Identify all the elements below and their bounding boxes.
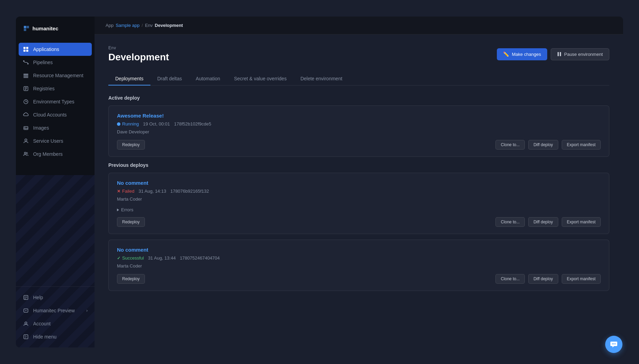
active-deploy-right-actions: Clone to... Diff deploy Export manifest (495, 140, 601, 150)
previous-deploy-0-user: Marta Coder (117, 196, 601, 202)
svg-point-17 (24, 152, 26, 154)
active-deploy-redeploy-button[interactable]: Redeploy (117, 140, 145, 150)
preview-icon (23, 307, 29, 314)
active-deploy-meta: Running 19 Oct, 00:01 178f52b102f9cde5 (117, 121, 601, 127)
sidebar-item-hide-menu[interactable]: Hide menu (16, 330, 95, 343)
previous-deploy-card-0: No comment ✕ Failed 31 Aug, 14:13 178076… (108, 173, 609, 234)
sidebar-item-pipelines-label: Pipelines (33, 60, 53, 65)
humanitec-logo-icon (23, 25, 30, 32)
running-status-dot (117, 122, 120, 126)
breadcrumb-app-label: App (106, 23, 114, 28)
sidebar-item-humanitec-preview[interactable]: Humanitec Preview › (16, 304, 95, 317)
active-deploy-status: Running (117, 121, 139, 127)
previous-deploy-0-export-button[interactable]: Export manifest (562, 217, 601, 227)
tab-delete-environment[interactable]: Delete environment (294, 72, 349, 85)
page-title: Development (108, 52, 169, 63)
sidebar-item-resource-management[interactable]: Resource Management (16, 69, 95, 82)
active-deploy-date: 19 Oct, 00:01 (143, 121, 170, 127)
sidebar: humanitec Applications (16, 17, 95, 347)
sidebar-item-cloud-accounts[interactable]: Cloud Accounts (16, 108, 95, 121)
env-label: Env (108, 46, 169, 50)
tab-draft-deltas[interactable]: Draft deltas (150, 72, 189, 85)
sidebar-item-environment-types[interactable]: Environment Types (16, 95, 95, 108)
tabs: Deployments Draft deltas Automation Secr… (108, 72, 609, 85)
svg-rect-1 (26, 47, 28, 49)
active-deploy-clone-button[interactable]: Clone to... (495, 140, 525, 150)
pause-icon (557, 52, 561, 57)
previous-deploy-0-errors-toggle[interactable]: Errors (117, 207, 601, 212)
sidebar-item-hide-menu-label: Hide menu (33, 334, 57, 340)
active-deploy-diff-button[interactable]: Diff deploy (528, 140, 558, 150)
previous-deploy-1-export-button[interactable]: Export manifest (562, 274, 601, 284)
sidebar-item-help-label: Help (33, 295, 43, 300)
pause-environment-button[interactable]: Pause environment (551, 48, 609, 60)
previous-deploy-card-1: No comment ✓ Successful 31 Aug, 13:44 17… (108, 240, 609, 291)
previous-deploy-0-status: ✕ Failed (117, 189, 134, 194)
hide-icon (23, 334, 29, 340)
sidebar-item-applications-label: Applications (33, 47, 59, 52)
previous-deploy-1-clone-button[interactable]: Clone to... (495, 274, 525, 284)
previous-deploy-1-status: ✓ Successful (117, 255, 144, 261)
active-deploy-name[interactable]: Awesome Release! (117, 113, 601, 119)
account-icon (23, 321, 29, 327)
previous-deploy-1-date: 31 Aug, 13:44 (148, 255, 176, 261)
svg-rect-3 (26, 50, 28, 52)
images-icon (23, 125, 29, 131)
previous-deploy-0-name[interactable]: No comment (117, 180, 601, 186)
breadcrumb: App Sample app / Env Development (95, 17, 623, 34)
resource-icon (23, 72, 29, 79)
pipeline-icon (23, 59, 29, 65)
sidebar-item-help[interactable]: Help (16, 291, 95, 304)
svg-point-5 (27, 63, 29, 64)
active-deploy-card: Awesome Release! Running 19 Oct, 00:01 1… (108, 105, 609, 157)
svg-point-30 (613, 343, 615, 344)
pencil-icon: ✏️ (503, 51, 509, 57)
previous-deploy-0-redeploy-button[interactable]: Redeploy (117, 217, 145, 227)
page-header: Env Development ✏️ Make changes (108, 46, 609, 63)
sidebar-item-images[interactable]: Images (16, 121, 95, 134)
breadcrumb-separator: / (142, 23, 143, 28)
sidebar-item-service-users[interactable]: Service Users (16, 134, 95, 148)
main-content: App Sample app / Env Development Env Dev… (95, 17, 623, 347)
sidebar-nav: Applications Pipelines (16, 40, 95, 286)
svg-point-29 (612, 343, 613, 344)
previous-deploy-0-diff-button[interactable]: Diff deploy (528, 217, 558, 227)
svg-point-25 (25, 322, 27, 324)
previous-deploy-1-meta: ✓ Successful 31 Aug, 13:44 1780752467404… (117, 255, 601, 261)
breadcrumb-app-link[interactable]: Sample app (116, 23, 139, 28)
org-members-icon (23, 151, 29, 157)
make-changes-button[interactable]: ✏️ Make changes (497, 48, 547, 60)
previous-deploys-section-title: Previous deploys (108, 162, 609, 168)
env-type-icon (23, 99, 29, 105)
sidebar-item-service-users-label: Service Users (33, 138, 63, 144)
previous-deploy-1-name[interactable]: No comment (117, 247, 601, 253)
previous-deploy-1-redeploy-button[interactable]: Redeploy (117, 274, 145, 284)
active-deploy-hash: 178f52b102f9cde5 (174, 121, 212, 127)
help-icon (23, 294, 29, 301)
sidebar-item-applications[interactable]: Applications (19, 43, 92, 56)
svg-point-31 (615, 343, 616, 344)
sidebar-item-org-members-label: Org Members (33, 151, 63, 157)
previous-deploy-1-user: Marta Coder (117, 263, 601, 269)
env-title-block: Env Development (108, 46, 169, 63)
tab-deployments[interactable]: Deployments (108, 72, 150, 85)
logo: humanitec (16, 17, 95, 40)
tab-automation[interactable]: Automation (189, 72, 227, 85)
sidebar-item-org-members[interactable]: Org Members (16, 148, 95, 161)
sidebar-item-account[interactable]: Account (16, 317, 95, 330)
previous-deploy-0-clone-button[interactable]: Clone to... (495, 217, 525, 227)
previous-deploy-1-diff-button[interactable]: Diff deploy (528, 274, 558, 284)
previous-deploy-0-actions: Redeploy Clone to... Diff deploy Export … (117, 217, 601, 227)
active-deploy-export-button[interactable]: Export manifest (562, 140, 601, 150)
active-deploy-user: Dave Developer (117, 129, 601, 134)
active-deploy-actions: Redeploy Clone to... Diff deploy Export … (117, 140, 601, 150)
sidebar-item-registries[interactable]: Registries (16, 82, 95, 95)
active-deploy-section-title: Active deploy (108, 95, 609, 101)
sidebar-item-pipelines[interactable]: Pipelines (16, 56, 95, 69)
tab-secret-value-overrides[interactable]: Secret & value overrides (227, 72, 294, 85)
chat-icon (610, 341, 618, 347)
svg-point-4 (23, 60, 24, 62)
sidebar-item-images-label: Images (33, 125, 49, 131)
sidebar-item-account-label: Account (33, 321, 51, 326)
grid-icon (23, 46, 29, 52)
